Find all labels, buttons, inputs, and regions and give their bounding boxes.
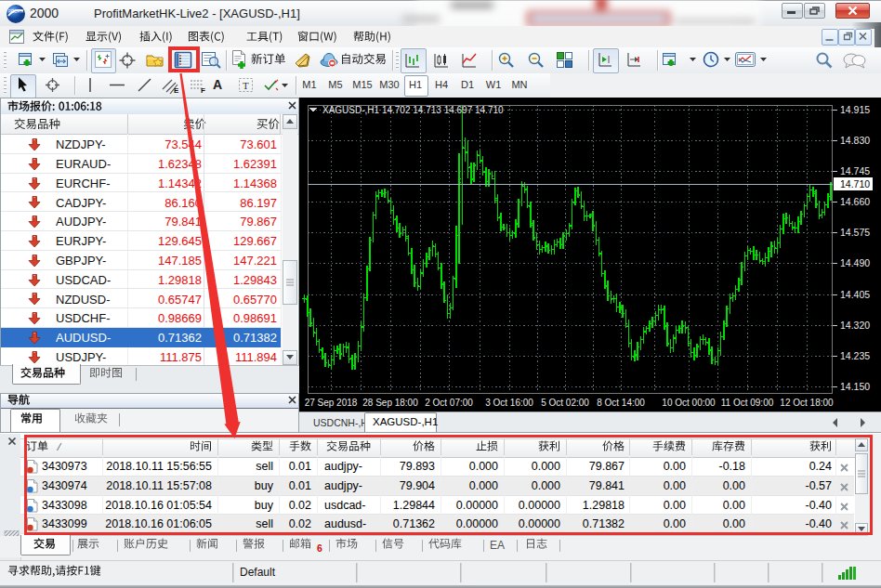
svg-text:14.490: 14.490 xyxy=(840,257,870,268)
svg-text:14.830: 14.830 xyxy=(840,135,870,146)
svg-text:14.660: 14.660 xyxy=(840,196,870,207)
svg-text:F: F xyxy=(201,86,205,94)
svg-text:XAGUSD-,H1 14.702 14.713 14.6: XAGUSD-,H1 14.702 14.713 14.697 14.710 xyxy=(322,105,504,115)
svg-text:T: T xyxy=(243,80,249,91)
svg-text:14.150: 14.150 xyxy=(840,381,870,392)
svg-text:11 Oct 09:00: 11 Oct 09:00 xyxy=(721,398,774,408)
svg-text:14.745: 14.745 xyxy=(840,165,870,176)
svg-text:14.405: 14.405 xyxy=(840,289,870,300)
svg-text:10 Oct 00:00: 10 Oct 00:00 xyxy=(662,398,716,408)
svg-text:8 Oct 14:00: 8 Oct 14:00 xyxy=(597,398,645,408)
svg-text:14.320: 14.320 xyxy=(840,320,870,331)
svg-text:14.710: 14.710 xyxy=(840,178,870,189)
svg-text:14.235: 14.235 xyxy=(840,350,870,361)
svg-text:E: E xyxy=(174,86,179,94)
svg-text:12 Oct 18:00: 12 Oct 18:00 xyxy=(780,398,834,408)
svg-text:3 Oct 16:00: 3 Oct 16:00 xyxy=(485,398,533,408)
svg-text:27 Sep 2018: 27 Sep 2018 xyxy=(305,398,358,408)
svg-text:14.575: 14.575 xyxy=(840,227,870,238)
svg-text:PROFIT: PROFIT xyxy=(8,9,24,14)
svg-text:2 Oct 07:00: 2 Oct 07:00 xyxy=(425,398,473,408)
svg-text:5 Oct 02:00: 5 Oct 02:00 xyxy=(541,398,589,408)
svg-text:14.915: 14.915 xyxy=(840,104,870,115)
svg-text:28 Sep 18:00: 28 Sep 18:00 xyxy=(362,398,418,408)
